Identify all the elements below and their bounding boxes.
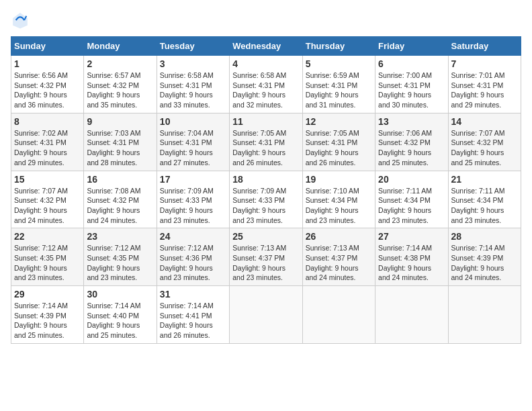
calendar-cell [230,286,302,344]
calendar-cell: 30Sunrise: 7:14 AM Sunset: 4:40 PM Dayli… [84,286,157,344]
day-number: 29 [14,289,81,300]
calendar-week-3: 15Sunrise: 7:07 AM Sunset: 4:32 PM Dayli… [11,171,521,228]
calendar-cell: 5Sunrise: 6:59 AM Sunset: 4:31 PM Daylig… [302,56,375,113]
day-number: 1 [14,58,81,69]
day-number: 10 [160,116,226,127]
calendar-cell: 21Sunrise: 7:11 AM Sunset: 4:34 PM Dayli… [448,171,521,228]
day-number: 13 [378,116,445,127]
day-info: Sunrise: 7:07 AM Sunset: 4:32 PM Dayligh… [14,186,81,226]
column-header-monday: Monday [84,37,157,56]
day-info: Sunrise: 7:06 AM Sunset: 4:32 PM Dayligh… [378,128,445,168]
day-number: 4 [232,58,299,69]
calendar-cell: 9Sunrise: 7:03 AM Sunset: 4:31 PM Daylig… [84,113,157,171]
logo-icon [11,11,30,30]
calendar-cell: 8Sunrise: 7:02 AM Sunset: 4:31 PM Daylig… [11,113,84,171]
day-info: Sunrise: 7:00 AM Sunset: 4:31 PM Dayligh… [378,71,445,110]
calendar-cell: 23Sunrise: 7:12 AM Sunset: 4:35 PM Dayli… [84,228,157,286]
day-number: 3 [160,58,226,69]
calendar-body: 1Sunrise: 6:56 AM Sunset: 4:32 PM Daylig… [11,56,521,344]
day-number: 27 [378,231,445,242]
day-info: Sunrise: 7:14 AM Sunset: 4:39 PM Dayligh… [14,301,81,340]
calendar-cell: 1Sunrise: 6:56 AM Sunset: 4:32 PM Daylig… [11,56,84,113]
day-info: Sunrise: 7:02 AM Sunset: 4:31 PM Dayligh… [14,128,81,168]
day-info: Sunrise: 7:14 AM Sunset: 4:38 PM Dayligh… [378,243,445,283]
calendar-cell: 18Sunrise: 7:09 AM Sunset: 4:33 PM Dayli… [230,171,302,228]
day-info: Sunrise: 7:14 AM Sunset: 4:41 PM Dayligh… [160,301,226,340]
day-info: Sunrise: 7:09 AM Sunset: 4:33 PM Dayligh… [160,186,226,226]
calendar-cell: 26Sunrise: 7:13 AM Sunset: 4:37 PM Dayli… [302,228,375,286]
day-number: 14 [451,116,518,127]
day-number: 8 [14,116,81,127]
day-info: Sunrise: 7:14 AM Sunset: 4:39 PM Dayligh… [451,243,518,283]
calendar-cell: 20Sunrise: 7:11 AM Sunset: 4:34 PM Dayli… [375,171,448,228]
column-header-friday: Friday [375,37,448,56]
calendar-cell [375,286,448,344]
day-number: 25 [232,231,299,242]
svg-marker-0 [13,13,28,28]
calendar-cell: 3Sunrise: 6:58 AM Sunset: 4:31 PM Daylig… [157,56,229,113]
calendar-week-2: 8Sunrise: 7:02 AM Sunset: 4:31 PM Daylig… [11,113,521,171]
day-info: Sunrise: 7:13 AM Sunset: 4:37 PM Dayligh… [232,243,299,283]
day-info: Sunrise: 7:04 AM Sunset: 4:31 PM Dayligh… [160,128,226,168]
calendar-cell: 12Sunrise: 7:05 AM Sunset: 4:31 PM Dayli… [302,113,375,171]
column-header-tuesday: Tuesday [157,37,229,56]
day-info: Sunrise: 7:03 AM Sunset: 4:31 PM Dayligh… [87,128,153,168]
calendar-cell: 29Sunrise: 7:14 AM Sunset: 4:39 PM Dayli… [11,286,84,344]
day-number: 16 [87,174,153,185]
calendar-cell: 6Sunrise: 7:00 AM Sunset: 4:31 PM Daylig… [375,56,448,113]
day-number: 7 [451,58,518,69]
day-info: Sunrise: 6:58 AM Sunset: 4:31 PM Dayligh… [232,71,299,110]
calendar-cell: 10Sunrise: 7:04 AM Sunset: 4:31 PM Dayli… [157,113,229,171]
column-header-thursday: Thursday [302,37,375,56]
day-info: Sunrise: 7:08 AM Sunset: 4:32 PM Dayligh… [87,186,153,226]
day-info: Sunrise: 7:11 AM Sunset: 4:34 PM Dayligh… [451,186,518,226]
calendar-cell: 27Sunrise: 7:14 AM Sunset: 4:38 PM Dayli… [375,228,448,286]
day-number: 20 [378,174,445,185]
calendar-cell: 17Sunrise: 7:09 AM Sunset: 4:33 PM Dayli… [157,171,229,228]
calendar-table: SundayMondayTuesdayWednesdayThursdayFrid… [11,36,521,344]
day-info: Sunrise: 7:12 AM Sunset: 4:35 PM Dayligh… [87,243,153,283]
calendar-cell: 31Sunrise: 7:14 AM Sunset: 4:41 PM Dayli… [157,286,229,344]
day-info: Sunrise: 6:58 AM Sunset: 4:31 PM Dayligh… [160,71,226,110]
day-info: Sunrise: 6:56 AM Sunset: 4:32 PM Dayligh… [14,71,81,110]
day-info: Sunrise: 7:14 AM Sunset: 4:40 PM Dayligh… [87,301,153,340]
calendar-cell: 16Sunrise: 7:08 AM Sunset: 4:32 PM Dayli… [84,171,157,228]
day-number: 21 [451,174,518,185]
day-number: 9 [87,116,153,127]
calendar-week-5: 29Sunrise: 7:14 AM Sunset: 4:39 PM Dayli… [11,286,521,344]
day-info: Sunrise: 7:07 AM Sunset: 4:32 PM Dayligh… [451,128,518,168]
day-info: Sunrise: 7:01 AM Sunset: 4:31 PM Dayligh… [451,71,518,110]
day-info: Sunrise: 7:10 AM Sunset: 4:34 PM Dayligh… [306,186,372,226]
day-info: Sunrise: 7:09 AM Sunset: 4:33 PM Dayligh… [232,186,299,226]
column-header-wednesday: Wednesday [230,37,302,56]
day-info: Sunrise: 7:11 AM Sunset: 4:34 PM Dayligh… [378,186,445,226]
day-info: Sunrise: 6:59 AM Sunset: 4:31 PM Dayligh… [306,71,372,110]
day-number: 24 [160,231,226,242]
calendar-cell: 24Sunrise: 7:12 AM Sunset: 4:36 PM Dayli… [157,228,229,286]
calendar-cell: 11Sunrise: 7:05 AM Sunset: 4:31 PM Dayli… [230,113,302,171]
calendar-week-4: 22Sunrise: 7:12 AM Sunset: 4:35 PM Dayli… [11,228,521,286]
day-number: 26 [306,231,372,242]
day-number: 15 [14,174,81,185]
day-info: Sunrise: 7:05 AM Sunset: 4:31 PM Dayligh… [232,128,299,168]
page-header [11,11,521,30]
day-info: Sunrise: 7:12 AM Sunset: 4:35 PM Dayligh… [14,243,81,283]
calendar-cell: 14Sunrise: 7:07 AM Sunset: 4:32 PM Dayli… [448,113,521,171]
logo [11,11,32,30]
day-info: Sunrise: 7:05 AM Sunset: 4:31 PM Dayligh… [306,128,372,168]
calendar-cell: 7Sunrise: 7:01 AM Sunset: 4:31 PM Daylig… [448,56,521,113]
day-number: 31 [160,289,226,300]
day-number: 6 [378,58,445,69]
calendar-cell: 28Sunrise: 7:14 AM Sunset: 4:39 PM Dayli… [448,228,521,286]
day-number: 23 [87,231,153,242]
day-number: 22 [14,231,81,242]
calendar-cell [448,286,521,344]
calendar-cell: 15Sunrise: 7:07 AM Sunset: 4:32 PM Dayli… [11,171,84,228]
calendar-cell: 22Sunrise: 7:12 AM Sunset: 4:35 PM Dayli… [11,228,84,286]
calendar-cell: 13Sunrise: 7:06 AM Sunset: 4:32 PM Dayli… [375,113,448,171]
calendar-cell: 19Sunrise: 7:10 AM Sunset: 4:34 PM Dayli… [302,171,375,228]
calendar-cell [302,286,375,344]
day-number: 28 [451,231,518,242]
day-number: 18 [232,174,299,185]
column-header-saturday: Saturday [448,37,521,56]
